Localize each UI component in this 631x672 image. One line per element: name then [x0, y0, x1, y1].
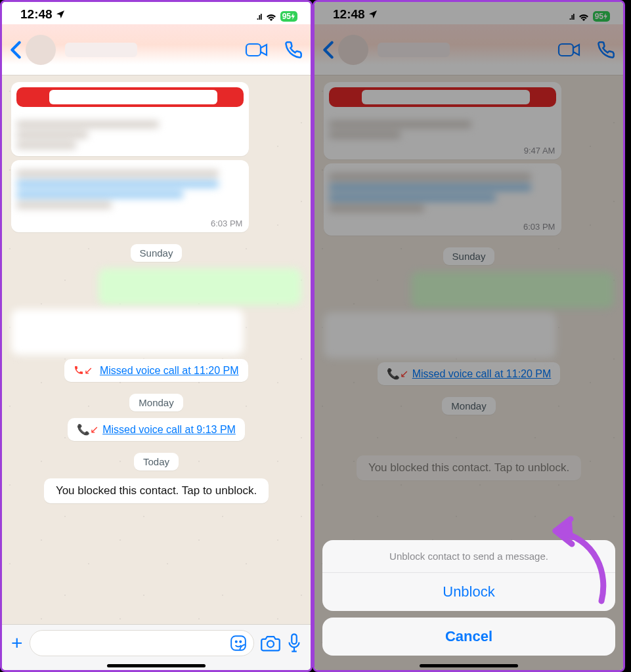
unblock-button[interactable]: Unblock [322, 573, 615, 611]
missed-call-icon: ↙ [74, 365, 95, 376]
location-icon [55, 9, 66, 20]
home-indicator[interactable] [107, 664, 206, 667]
cellular-icon: .ıl [257, 12, 262, 22]
status-bar: 12:48 .ıl 95 [2, 2, 311, 24]
battery-icon: 95 [280, 11, 297, 22]
date-separator: Monday [129, 394, 183, 411]
date-separator: Sunday [131, 244, 183, 262]
sheet-message: Unblock contact to send a message. [322, 540, 615, 573]
message-out[interactable] [98, 268, 301, 305]
message-in[interactable] [11, 309, 244, 355]
wifi-icon [265, 12, 278, 21]
svg-rect-0 [246, 44, 261, 56]
svg-point-3 [240, 640, 241, 642]
sticker-icon[interactable] [230, 635, 247, 652]
missed-call-text: Missed voice call at 9:13 PM [102, 424, 236, 435]
avatar[interactable] [26, 35, 56, 65]
blocked-banner[interactable]: You blocked this contact. Tap to unblock… [44, 478, 269, 503]
missed-call-icon: 📞↙ [77, 424, 98, 435]
attach-icon[interactable]: + [11, 632, 23, 654]
chat-area[interactable]: 6:03 PM Sunday ↙ Missed voice call at 11… [2, 75, 311, 624]
input-bar: + [2, 624, 311, 670]
cancel-button[interactable]: Cancel [322, 618, 615, 656]
phone-right: 12:48 .ıl 95 9:47 AM [313, 0, 625, 672]
date-separator: Today [134, 453, 179, 471]
svg-point-2 [236, 640, 237, 642]
action-sheet: Unblock contact to send a message. Unblo… [322, 540, 615, 662]
svg-rect-1 [231, 636, 246, 650]
phone-left: 12:48 .ıl 95 [0, 0, 313, 672]
svg-point-4 [267, 640, 274, 647]
timestamp: 6:03 PM [11, 219, 249, 232]
video-call-icon[interactable] [245, 42, 269, 58]
nav-bar [2, 24, 311, 75]
missed-call-pill[interactable]: 📞↙Missed voice call at 9:13 PM [68, 418, 245, 441]
back-icon[interactable] [10, 41, 22, 59]
status-time: 12:48 [20, 7, 53, 22]
svg-rect-5 [292, 634, 297, 644]
voice-call-icon[interactable] [284, 41, 303, 59]
missed-call-pill[interactable]: ↙ Missed voice call at 11:20 PM [64, 359, 248, 382]
message-in[interactable] [11, 82, 249, 156]
mic-icon[interactable] [287, 633, 301, 653]
camera-icon[interactable] [261, 635, 280, 652]
home-indicator[interactable] [420, 664, 518, 667]
message-input[interactable] [30, 630, 254, 656]
contact-name[interactable] [65, 43, 137, 57]
message-in[interactable]: 6:03 PM [11, 160, 249, 232]
missed-call-text: Missed voice call at 11:20 PM [100, 365, 239, 376]
